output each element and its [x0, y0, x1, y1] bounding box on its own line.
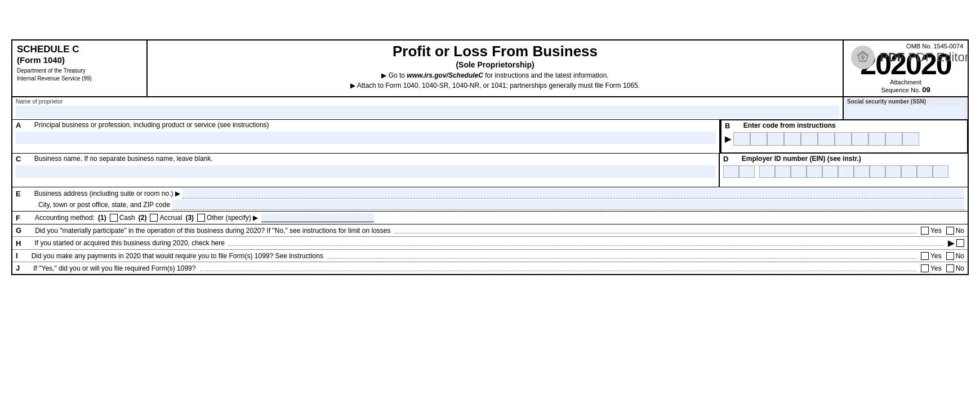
i-yes-item: Yes — [921, 252, 942, 260]
g-yes-checkbox[interactable] — [921, 227, 929, 235]
code-box-9[interactable] — [868, 132, 885, 146]
ein-box-8[interactable] — [838, 165, 854, 178]
ssn-label: Social security number (SSN) — [847, 98, 964, 105]
code-box-8[interactable] — [852, 132, 868, 146]
row-h-text: If you started or acquired this business… — [34, 239, 225, 247]
ein-box-14[interactable] — [933, 165, 948, 178]
cash-checkbox[interactable] — [110, 214, 118, 222]
ein-box-7[interactable] — [822, 165, 838, 178]
row-e-address-input[interactable] — [182, 188, 964, 199]
j-no-item: No — [946, 264, 964, 272]
row-f-2-label: (2) — [139, 214, 147, 222]
cash-label: Cash — [119, 214, 135, 222]
code-box-3[interactable] — [767, 132, 784, 146]
row-f-letter: F — [16, 214, 20, 222]
e-address-line: E Business address (including suite or r… — [16, 188, 964, 199]
other-checkbox[interactable] — [197, 214, 205, 222]
ein-box-12[interactable] — [901, 165, 917, 178]
ein-box-13[interactable] — [917, 165, 933, 178]
h-dots-leader — [229, 240, 943, 246]
row-a-letter: A — [16, 121, 21, 129]
g-dots-leader — [395, 228, 916, 233]
g-no-checkbox[interactable] — [946, 227, 954, 235]
ssn-input[interactable] — [847, 106, 964, 118]
a-section: A Principal business or profession, incl… — [12, 120, 720, 153]
code-box-11[interactable] — [902, 132, 919, 146]
i-dots-leader — [328, 253, 916, 259]
ein-boxes — [723, 165, 964, 178]
cd-row: C Business name. If no separate business… — [12, 154, 968, 187]
j-yes-no: Yes No — [921, 264, 964, 272]
row-a-text: Principal business or profession, includ… — [34, 121, 269, 129]
row-d-letter: D — [723, 155, 728, 163]
schedule-c-title: SCHEDULE C — [17, 44, 142, 55]
ein-box-9[interactable] — [854, 165, 870, 178]
i-yes-checkbox[interactable] — [921, 252, 929, 260]
g-no-label: No — [956, 227, 964, 235]
ein-box-1[interactable] — [723, 165, 739, 178]
pdf-editor-label: PDF PDF Editor — [880, 50, 969, 65]
name-label: Name of proprietor — [16, 98, 839, 105]
code-box-5[interactable] — [801, 132, 818, 146]
other-checkbox-item: Other (specify) ▶ — [197, 214, 258, 222]
h-checkbox[interactable] — [956, 239, 964, 247]
accrual-checkbox[interactable] — [150, 214, 158, 222]
b-section: B Enter code from instructions ▶ — [720, 119, 968, 154]
row-b-letter: B — [725, 122, 730, 130]
j-row: J If "Yes," did you or will you file req… — [12, 262, 968, 274]
e-row: E Business address (including suite or r… — [12, 187, 968, 212]
ein-box-6[interactable] — [807, 165, 822, 178]
b-code-row: ▶ — [725, 132, 964, 146]
ein-box-4[interactable] — [775, 165, 791, 178]
code-box-1[interactable] — [733, 132, 750, 146]
g-no-item: No — [946, 227, 964, 235]
j-no-checkbox[interactable] — [946, 264, 954, 272]
row-c-input[interactable] — [16, 165, 715, 178]
instruction2: ▶ Attach to Form 1040, 1040-SR, 1040-NR,… — [153, 82, 837, 89]
name-field: Name of proprietor — [12, 97, 844, 119]
code-box-6[interactable] — [818, 132, 835, 146]
g-yes-label: Yes — [930, 227, 942, 235]
pdf-editor-header: PDF PDF Editor — [850, 45, 969, 70]
form-container: SCHEDULE C (Form 1040) Department of the… — [11, 39, 969, 275]
j-yes-checkbox[interactable] — [921, 264, 929, 272]
i-no-item: No — [946, 252, 964, 260]
row-g-letter: G — [16, 226, 21, 235]
name-input[interactable] — [16, 106, 839, 118]
ein-box-3[interactable] — [759, 165, 775, 178]
g-yes-no: Yes No — [921, 227, 964, 235]
ein-box-11[interactable] — [885, 165, 901, 178]
header-center: Profit or Loss From Business (Sole Propr… — [148, 41, 844, 96]
g-yes-item: Yes — [921, 227, 942, 235]
b-code-boxes — [733, 132, 919, 146]
row-i-letter: I — [16, 251, 18, 260]
row-a-input[interactable] — [16, 132, 716, 144]
ein-sep-1 — [755, 165, 759, 178]
ab-row: A Principal business or profession, incl… — [12, 120, 968, 154]
j-dots-leader — [200, 266, 916, 271]
f-row: F Accounting method: (1) Cash (2) Accrua… — [12, 212, 968, 224]
d-section: D Employer ID number (EIN) (see instr.) — [720, 154, 968, 187]
row-j-text: If "Yes," did you or will you file requi… — [33, 264, 195, 272]
code-box-7[interactable] — [835, 132, 852, 146]
other-specify-input[interactable] — [261, 213, 374, 222]
name-ssn-row: Name of proprietor Social security numbe… — [12, 97, 968, 120]
row-f-label: Accounting method: — [35, 214, 95, 222]
ein-box-5[interactable] — [791, 165, 807, 178]
code-box-4[interactable] — [784, 132, 801, 146]
ein-box-10[interactable] — [870, 165, 885, 178]
i-no-checkbox[interactable] — [946, 252, 954, 260]
instruction1: ▶ Go to www.irs.gov/ScheduleC for instru… — [153, 71, 837, 79]
code-box-10[interactable] — [885, 132, 902, 146]
row-e-city-input[interactable] — [172, 200, 964, 210]
other-label: Other (specify) ▶ — [207, 214, 258, 222]
row-c-letter: C — [16, 155, 21, 163]
i-yes-no: Yes No — [921, 252, 964, 260]
row-h-letter: H — [16, 239, 21, 248]
code-box-2[interactable] — [750, 132, 767, 146]
j-yes-label: Yes — [930, 264, 942, 272]
sub-title: (Sole Proprietorship) — [153, 60, 837, 69]
row-f-3-label: (3) — [185, 214, 194, 222]
row-f-1-label: (1) — [98, 214, 106, 222]
ein-box-2[interactable] — [739, 165, 755, 178]
